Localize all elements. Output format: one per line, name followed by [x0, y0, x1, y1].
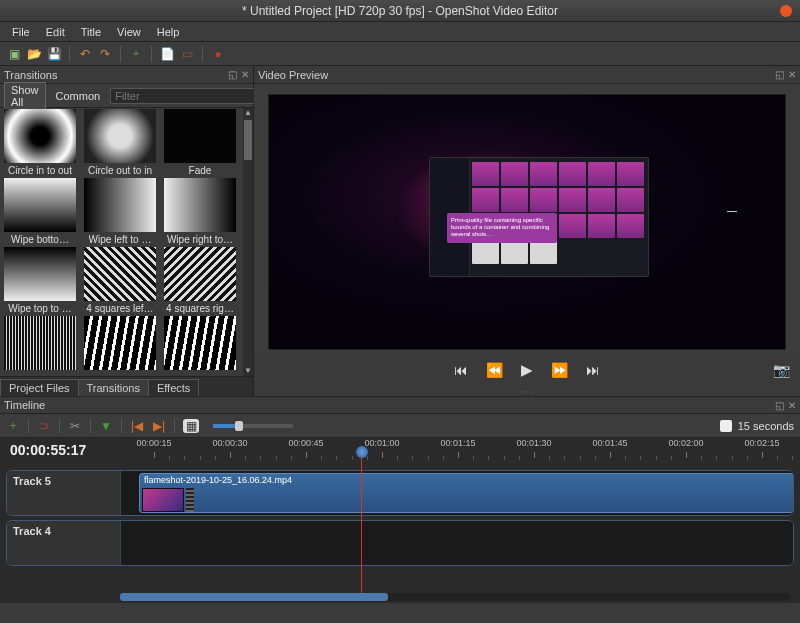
undock-icon[interactable]: ◱: [775, 400, 784, 411]
main-toolbar: ▣ 📂 💾 ↶ ↷ ＋ 📄 ▭ ●: [0, 42, 800, 66]
clip-thumbnail: [142, 488, 184, 512]
play-icon[interactable]: ▶: [521, 361, 533, 379]
transition-thumb: [164, 178, 236, 232]
titlebar: * Untitled Project [HD 720p 30 fps] - Op…: [0, 0, 800, 22]
ruler-label: 00:00:30: [212, 438, 247, 448]
menu-view[interactable]: View: [109, 24, 149, 40]
common-button[interactable]: Common: [50, 89, 107, 103]
jump-end-icon[interactable]: ⏭: [586, 362, 600, 378]
timeline-ruler[interactable]: 00:00:1500:00:3000:00:4500:01:0000:01:15…: [120, 438, 800, 466]
menu-help[interactable]: Help: [149, 24, 188, 40]
undock-icon[interactable]: ◱: [228, 69, 237, 80]
transition-item[interactable]: [81, 316, 159, 372]
transitions-panel: Transitions ◱ ✕ Show All Common ⌫ Circle…: [0, 66, 254, 396]
track-lane[interactable]: [121, 521, 793, 565]
jump-start-icon[interactable]: ⏮: [454, 362, 468, 378]
transition-thumb: [84, 316, 156, 370]
timeline-panel-title: Timeline: [4, 399, 45, 411]
transition-item[interactable]: Wipe top to …: [1, 247, 79, 314]
scroll-down-icon[interactable]: ▼: [244, 366, 252, 376]
track-header[interactable]: Track 4: [7, 521, 121, 565]
tab-project-files[interactable]: Project Files: [0, 379, 79, 396]
transition-item[interactable]: 4 squares rig…: [161, 247, 239, 314]
current-timecode: 00:00:55:17: [10, 442, 86, 458]
scroll-up-icon[interactable]: ▲: [244, 108, 252, 118]
show-all-button[interactable]: Show All: [4, 82, 46, 110]
transition-item[interactable]: Wipe botto…: [1, 178, 79, 245]
open-project-icon[interactable]: 📂: [26, 46, 42, 62]
zoom-slider[interactable]: [213, 424, 293, 428]
snapshot-icon[interactable]: 📷: [773, 362, 790, 378]
center-playhead-icon[interactable]: ▦: [183, 419, 199, 433]
separator: [151, 46, 152, 62]
menu-file[interactable]: File: [4, 24, 38, 40]
horizontal-scrollbar[interactable]: [120, 593, 790, 601]
transition-thumb: [164, 316, 236, 370]
scrollbar-handle[interactable]: [244, 120, 252, 160]
timeline-panel-header: Timeline ◱ ✕: [0, 396, 800, 414]
scrollbar-handle[interactable]: [120, 593, 388, 601]
menu-title[interactable]: Title: [73, 24, 109, 40]
transition-label: Wipe botto…: [11, 234, 69, 245]
resize-handle[interactable]: ┄┄┄: [254, 388, 800, 396]
transitions-grid[interactable]: Circle in to outCircle out to inFadeWipe…: [0, 108, 253, 376]
save-project-icon[interactable]: 💾: [46, 46, 62, 62]
timeline-body[interactable]: 00:00:55:17 00:00:1500:00:3000:00:4500:0…: [0, 438, 800, 603]
transition-label: 4 squares lef…: [86, 303, 153, 314]
track-header[interactable]: Track 5: [7, 471, 121, 515]
transition-item[interactable]: Circle in to out: [1, 109, 79, 176]
fullscreen-icon[interactable]: ▭: [179, 46, 195, 62]
tab-effects[interactable]: Effects: [148, 379, 199, 396]
track-lane[interactable]: flameshot-2019-10-25_16.06.24.mp4: [121, 471, 793, 515]
tab-transitions[interactable]: Transitions: [78, 379, 149, 396]
next-marker-icon[interactable]: ▶|: [152, 419, 166, 433]
new-project-icon[interactable]: ▣: [6, 46, 22, 62]
close-panel-icon[interactable]: ✕: [241, 69, 249, 80]
razor-icon[interactable]: ✂: [68, 419, 82, 433]
vertical-scrollbar[interactable]: ▲ ▼: [243, 108, 253, 376]
playback-controls: ⏮ ⏪ ▶ ⏩ ⏭ 📷: [254, 352, 800, 388]
separator: [69, 46, 70, 62]
undo-icon[interactable]: ↶: [77, 46, 93, 62]
clip-label: flameshot-2019-10-25_16.06.24.mp4: [144, 475, 292, 485]
import-files-icon[interactable]: ＋: [128, 46, 144, 62]
close-panel-icon[interactable]: ✕: [788, 400, 796, 411]
rewind-icon[interactable]: ⏪: [486, 362, 503, 378]
profile-icon[interactable]: 📄: [159, 46, 175, 62]
transition-thumb: [164, 247, 236, 301]
timeline-clip[interactable]: flameshot-2019-10-25_16.06.24.mp4: [139, 473, 794, 513]
transition-label: Circle in to out: [8, 165, 72, 176]
transition-item[interactable]: [161, 316, 239, 372]
add-track-icon[interactable]: ＋: [6, 419, 20, 433]
prev-marker-icon[interactable]: |◀: [130, 419, 144, 433]
export-video-icon[interactable]: ●: [210, 46, 226, 62]
transition-thumb: [84, 109, 156, 163]
transition-item[interactable]: Circle out to in: [81, 109, 159, 176]
transition-item[interactable]: Wipe right to…: [161, 178, 239, 245]
close-icon[interactable]: [780, 5, 792, 17]
preview-panel: Video Preview ◱ ✕ Print-quality f: [254, 66, 800, 396]
video-preview[interactable]: Print-quality file containing specific b…: [268, 94, 786, 350]
timeline-track[interactable]: Track 5flameshot-2019-10-25_16.06.24.mp4: [6, 470, 794, 516]
ruler-label: 00:02:00: [668, 438, 703, 448]
transition-label: Wipe right to…: [167, 234, 233, 245]
undock-icon[interactable]: ◱: [775, 69, 784, 80]
separator: [120, 46, 121, 62]
redo-icon[interactable]: ↷: [97, 46, 113, 62]
transition-thumb: [4, 247, 76, 301]
filter-input[interactable]: [110, 88, 258, 104]
transition-item[interactable]: Wipe left to …: [81, 178, 159, 245]
film-strip-icon: [186, 488, 194, 512]
timeline-track[interactable]: Track 4: [6, 520, 794, 566]
fast-forward-icon[interactable]: ⏩: [551, 362, 568, 378]
menu-edit[interactable]: Edit: [38, 24, 73, 40]
marker-icon[interactable]: ▼: [99, 419, 113, 433]
ruler-label: 00:01:30: [516, 438, 551, 448]
transition-item[interactable]: Fade: [161, 109, 239, 176]
transition-label: Fade: [189, 165, 212, 176]
transition-item[interactable]: [1, 316, 79, 372]
playhead[interactable]: [361, 446, 362, 593]
snap-icon[interactable]: ⊃: [37, 419, 51, 433]
close-panel-icon[interactable]: ✕: [788, 69, 796, 80]
transition-item[interactable]: 4 squares lef…: [81, 247, 159, 314]
